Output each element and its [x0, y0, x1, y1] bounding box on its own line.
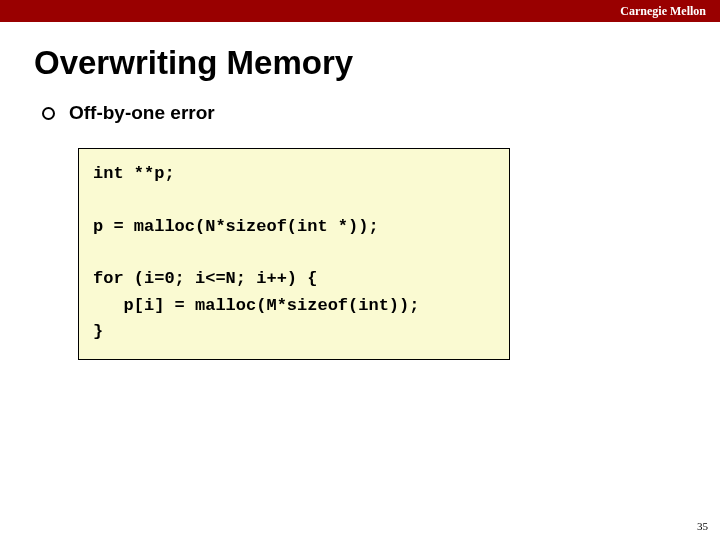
slide-title: Overwriting Memory	[34, 44, 686, 82]
circle-bullet-icon	[42, 107, 55, 120]
institution-label: Carnegie Mellon	[620, 4, 706, 19]
slide-content: Overwriting Memory Off-by-one error int …	[0, 22, 720, 360]
bullet-item: Off-by-one error	[42, 102, 686, 124]
header-bar: Carnegie Mellon	[0, 0, 720, 22]
bullet-text: Off-by-one error	[69, 102, 215, 124]
code-block: int **p; p = malloc(N*sizeof(int *)); fo…	[78, 148, 510, 360]
page-number: 35	[697, 520, 708, 532]
